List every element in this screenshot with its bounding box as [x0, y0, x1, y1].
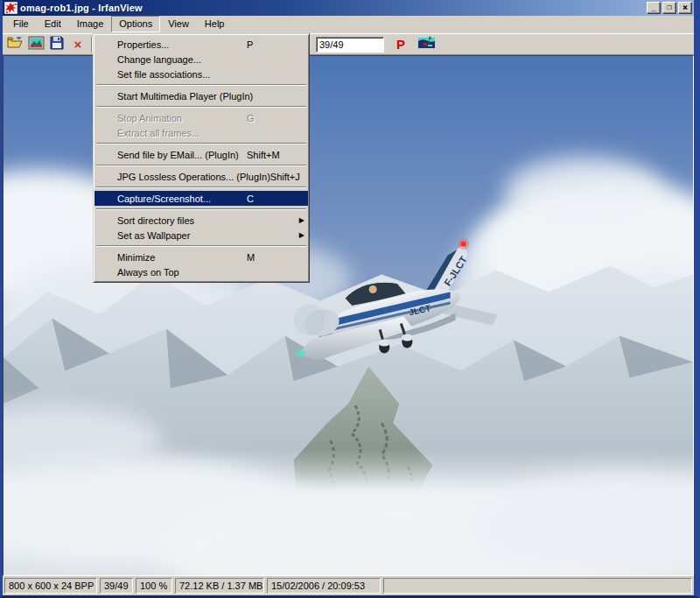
menu-item-set-as-wallpaper[interactable]: Set as Wallpaper ▶	[94, 228, 308, 243]
properties-button[interactable]: P	[396, 37, 405, 52]
close-button[interactable]: ×	[678, 2, 692, 14]
pilot-head	[369, 285, 377, 293]
menu-separator	[96, 165, 306, 166]
menu-separator	[96, 208, 306, 210]
menu-image[interactable]: Image	[69, 16, 112, 32]
image-counter-field[interactable]: 39/49	[316, 37, 384, 53]
irfanview-window: omag-rob1.jpg - IrfanView _ ❐ × File Edi…	[0, 0, 700, 598]
menu-options[interactable]: Options	[111, 16, 160, 32]
window-title: omag-rob1.jpg - IrfanView	[20, 3, 645, 13]
menu-separator	[96, 245, 306, 247]
submenu-arrow-icon: ▶	[296, 216, 304, 224]
options-menu: Properties... P Change language... Set f…	[93, 33, 310, 283]
menu-edit[interactable]: Edit	[37, 16, 69, 32]
menu-view[interactable]: View	[160, 16, 197, 32]
restore-button[interactable]: ❐	[662, 2, 676, 14]
save-button[interactable]	[46, 35, 67, 54]
menu-help[interactable]: Help	[197, 16, 233, 32]
slideshow-button[interactable]	[25, 35, 46, 54]
menu-item-stop-animation: Stop Animation G	[94, 110, 308, 125]
menu-item-start-multimedia-player[interactable]: Start Multimedia Player (PlugIn)	[94, 88, 308, 103]
status-zoom-level: 100 %	[136, 578, 172, 594]
delete-button[interactable]: ×	[67, 35, 88, 54]
menu-file[interactable]: File	[5, 16, 37, 32]
save-floppy-icon	[50, 36, 64, 53]
status-file-index: 39/49	[100, 578, 133, 594]
open-file-button[interactable]	[4, 35, 25, 54]
menu-separator	[96, 84, 306, 86]
menu-item-sort-directory-files[interactable]: Sort directory files ▶	[94, 213, 308, 228]
menu-separator	[96, 143, 306, 144]
capture-button[interactable]	[416, 35, 437, 54]
irfanview-logo-icon[interactable]	[4, 2, 18, 14]
menu-item-change-language[interactable]: Change language...	[94, 52, 308, 67]
propeller-disc	[294, 305, 326, 336]
delete-x-icon: ×	[74, 37, 82, 52]
minimize-button[interactable]: _	[647, 2, 661, 14]
submenu-arrow-icon: ▶	[296, 231, 304, 239]
menu-item-set-file-associations[interactable]: Set file associations...	[94, 67, 308, 81]
menu-item-jpg-lossless-operations[interactable]: JPG Lossless Operations... (PlugIn) Shif…	[94, 169, 308, 184]
menu-separator	[96, 186, 306, 188]
status-file-date: 15/02/2006 / 20:09:53	[267, 578, 381, 594]
status-file-size: 72.12 KB / 1.37 MB	[175, 578, 264, 594]
menu-item-always-on-top[interactable]: Always on Top	[94, 264, 308, 279]
status-empty-panel	[383, 578, 692, 594]
menu-item-minimize[interactable]: Minimize M	[94, 250, 308, 264]
menu-item-properties[interactable]: Properties... P	[94, 37, 308, 52]
capture-photo-icon	[418, 36, 435, 53]
menu-item-capture-screenshot[interactable]: Capture/Screenshot... C	[94, 191, 308, 206]
menu-item-send-file-by-email[interactable]: Send file by EMail... (PlugIn) Shift+M	[94, 147, 308, 162]
status-bar: 800 x 600 x 24 BPP 39/49 100 % 72.12 KB …	[3, 577, 694, 595]
menu-bar: File Edit Image Options View Help	[3, 16, 694, 33]
title-bar[interactable]: omag-rob1.jpg - IrfanView _ ❐ ×	[3, 0, 694, 16]
open-folder-icon	[7, 36, 24, 53]
wingtip-nav-light	[298, 351, 303, 355]
beacon-light	[461, 242, 466, 247]
status-image-dimensions: 800 x 600 x 24 BPP	[4, 578, 97, 594]
menu-separator	[96, 106, 306, 108]
menu-item-extract-all-frames: Extract all frames...	[94, 125, 308, 140]
slideshow-icon	[28, 36, 45, 53]
